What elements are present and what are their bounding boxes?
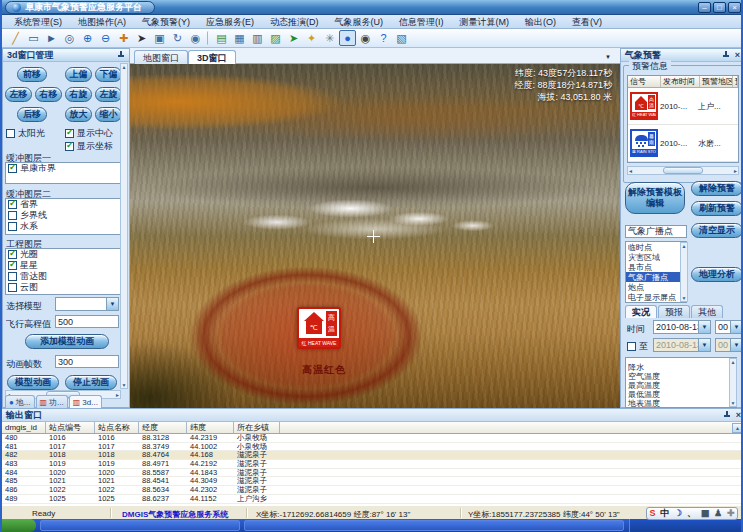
- warning-row[interactable]: 暴雨 蓝 RAIN STORM 2010-... 水磨...: [628, 125, 738, 162]
- rotate-right-button[interactable]: 右旋: [65, 87, 92, 102]
- warning-table[interactable]: 信号 发布时间 预警地区 预 ℃ 高温 红 HEAT WAVE 2010-...…: [627, 75, 739, 163]
- menu-item[interactable]: 测量计算(M): [452, 15, 518, 29]
- time-date-select[interactable]: 2010-08-13▼: [653, 320, 711, 334]
- taskbar-window-button[interactable]: [244, 520, 624, 531]
- scroll-up-button[interactable]: ▲: [732, 423, 743, 433]
- data-tab[interactable]: 预报: [658, 305, 690, 318]
- 1017[interactable]: 481 1017 1017 88.3749 44.1002 小泉牧场: [2, 443, 743, 452]
- layer-checkbox[interactable]: [8, 283, 17, 292]
- add-model-animation-button[interactable]: 添加模型动画: [25, 334, 109, 349]
- tools-icon[interactable]: ✚: [727, 508, 735, 519]
- 1021[interactable]: 485 1021 1021 88.4541 44.3049 滋泥泉子: [2, 477, 743, 486]
- pawn-icon[interactable]: ♟: [714, 508, 722, 519]
- move-back-button[interactable]: 后移: [17, 107, 47, 122]
- moon-icon[interactable]: ☽: [674, 508, 682, 519]
- 1018[interactable]: 482 1018 1018 88.4764 44.168 滋泥泉子: [2, 451, 743, 460]
- layer-item[interactable]: 水系: [6, 221, 120, 232]
- layers-icon[interactable]: ▤: [213, 30, 230, 46]
- move-right-button[interactable]: 右移: [35, 87, 62, 102]
- globe-3d-icon[interactable]: ●: [339, 30, 356, 46]
- pan-icon[interactable]: ✚: [115, 30, 132, 46]
- layer-item[interactable]: 云图: [6, 282, 120, 293]
- rotate-left-button[interactable]: 左旋: [95, 87, 122, 102]
- chevron-down-icon[interactable]: ▼: [698, 321, 710, 333]
- close-panel-icon[interactable]: ×: [735, 51, 740, 60]
- flight-path-icon[interactable]: ➤: [285, 30, 302, 46]
- taskbar-window-button[interactable]: [40, 520, 240, 531]
- 1016[interactable]: 480 1016 1016 88.3128 44.2319 小泉牧场: [2, 434, 743, 443]
- 1025[interactable]: 489 1025 1025 88.6237 44.1152 上户沟乡: [2, 495, 743, 504]
- identify-icon[interactable]: ◉: [187, 30, 204, 46]
- layer-checkbox[interactable]: [8, 211, 17, 220]
- element-list-v-scrollbar[interactable]: ▲▼: [729, 358, 737, 407]
- point-type-item[interactable]: 电子显示屏点: [626, 292, 686, 302]
- menu-item[interactable]: 信息管理(I): [391, 15, 452, 29]
- show-coords-checkbox[interactable]: 显示坐标: [65, 141, 113, 152]
- full-extent-icon[interactable]: ▣: [151, 30, 168, 46]
- menu-item[interactable]: 地图操作(A): [70, 15, 134, 29]
- zoom-in-icon[interactable]: ⊕: [79, 30, 96, 46]
- model-animation-button[interactable]: 模型动画: [7, 375, 59, 390]
- time-hour-select[interactable]: 00▼: [715, 320, 743, 334]
- restore-button[interactable]: □: [713, 2, 726, 13]
- left-panel-v-scrollbar[interactable]: ▲▼: [120, 63, 128, 389]
- point-type-item[interactable]: 临时点: [626, 242, 686, 252]
- menu-item[interactable]: 查看(V): [564, 15, 610, 29]
- zoom-out-icon[interactable]: ⊖: [97, 30, 114, 46]
- image-icon[interactable]: ▦: [231, 30, 248, 46]
- chevron-down-icon[interactable]: ▼: [106, 298, 118, 310]
- data-tab[interactable]: 实况: [625, 305, 657, 318]
- weather-element-item[interactable]: 地表温度: [626, 399, 736, 408]
- pin-icon[interactable]: [722, 51, 730, 60]
- key-icon[interactable]: ✦: [303, 30, 320, 46]
- zoom-out-3d-button[interactable]: 缩小: [95, 107, 122, 122]
- output-table[interactable]: 480 1016 1016 88.3128 44.2319 小泉牧场 481 1…: [2, 434, 743, 504]
- settings-gear-icon[interactable]: ✳: [321, 30, 338, 46]
- point-type-item[interactable]: 炮点: [626, 282, 686, 292]
- minimize-button[interactable]: –: [698, 2, 711, 13]
- layer-item[interactable]: 阜康市界: [6, 163, 120, 174]
- to-date-checkbox[interactable]: 至: [627, 341, 648, 352]
- measure-icon[interactable]: ╱: [7, 30, 24, 46]
- help-icon[interactable]: ?: [375, 30, 392, 46]
- start-button[interactable]: [2, 519, 36, 532]
- layer-checkbox[interactable]: [8, 200, 17, 209]
- menu-item[interactable]: 应急服务(E): [198, 15, 262, 29]
- menu-item[interactable]: 输出(O): [517, 15, 564, 29]
- map-3d-view[interactable]: 纬度: 43度57分18.117秒 经度: 88度18分14.871秒 海拔: …: [130, 64, 620, 408]
- 1022[interactable]: 486 1022 1022 88.5634 44.2302 滋泥泉子: [2, 486, 743, 495]
- point-type-input[interactable]: [625, 225, 687, 238]
- select-arrow-icon[interactable]: ►: [43, 30, 60, 46]
- model-select[interactable]: ▼: [55, 297, 119, 311]
- sogou-icon[interactable]: S: [649, 508, 655, 519]
- refresh-warning-button[interactable]: 刷新预警: [691, 201, 743, 216]
- heat-warning-icon[interactable]: ℃ 高温 红 HEAT WAVE: [297, 307, 341, 349]
- pin-icon[interactable]: [723, 411, 731, 420]
- chevron-down-icon[interactable]: ▼: [730, 321, 742, 333]
- buffer-layer1-list[interactable]: 阜康市界: [5, 162, 121, 184]
- layer-checkbox[interactable]: [8, 164, 17, 173]
- clear-warning-template-button[interactable]: 解除预警模板编辑: [625, 182, 685, 214]
- menu-item[interactable]: 气象服务(U): [327, 15, 392, 29]
- point-type-item[interactable]: 县市点: [626, 262, 686, 272]
- zoom-in-3d-button[interactable]: 放大: [65, 107, 92, 122]
- menu-item[interactable]: 气象预警(Y): [134, 15, 198, 29]
- select-window-icon[interactable]: ▭: [25, 30, 42, 46]
- pointer-icon[interactable]: ➤: [133, 30, 150, 46]
- buffer-layer2-list[interactable]: 省界乡界线水系: [5, 198, 121, 235]
- print-icon[interactable]: ▥: [249, 30, 266, 46]
- clear-warning-button[interactable]: 解除预警: [691, 181, 743, 196]
- project-layers-list[interactable]: 光圈星星雷达图云图: [5, 248, 121, 295]
- pin-icon[interactable]: [117, 51, 125, 60]
- tilt-down-button[interactable]: 下偏: [95, 67, 122, 82]
- warning-row[interactable]: ℃ 高温 红 HEAT WAVE 2010-... 上户...: [628, 88, 738, 125]
- show-center-checkbox[interactable]: 显示中心: [65, 128, 113, 139]
- refresh-icon[interactable]: ↻: [169, 30, 186, 46]
- tab-3d-window[interactable]: 3D窗口: [188, 50, 236, 64]
- stop-animation-button[interactable]: 停止动画: [65, 375, 117, 390]
- tab-3d-manager[interactable]: ▥3d...: [69, 395, 102, 408]
- export-icon[interactable]: ▧: [393, 30, 410, 46]
- lang-zh-icon[interactable]: 中: [660, 508, 669, 519]
- punct-icon[interactable]: 、: [687, 508, 696, 519]
- point-list-v-scrollbar[interactable]: ▲▼: [680, 242, 688, 302]
